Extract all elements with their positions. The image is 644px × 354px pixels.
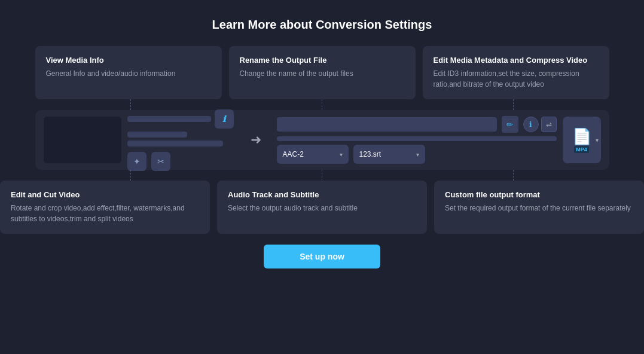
connector-line-4 — [130, 170, 131, 181]
connector-line-1 — [130, 99, 131, 110]
convert-arrow: ➜ — [251, 132, 261, 148]
bottom-connectors — [35, 170, 609, 181]
info-icon: ℹ — [222, 114, 225, 124]
circle-info-btn[interactable]: ℹ — [523, 117, 539, 132]
output-dropdowns: AAC-2 ▾ 123.srt ▾ — [277, 145, 557, 164]
subtitle-dropdown[interactable]: 123.srt ▾ — [353, 145, 425, 164]
format-label: MP4 — [574, 146, 589, 153]
card-rename-output: Rename the Output File Change the name o… — [229, 46, 416, 99]
card-edit-cut-title: Edit and Cut Video — [11, 190, 199, 199]
ui-strip: ℹ ✦ ✂ ➜ ✏ — [35, 110, 609, 170]
subtitle-dropdown-caret: ▾ — [416, 151, 419, 158]
scissors-icon: ✂ — [157, 157, 164, 166]
edit-icons-row: ✦ ✂ — [127, 152, 235, 171]
circle-info-icon: ℹ — [529, 120, 532, 129]
top-cards: View Media Info General Info and video/a… — [35, 46, 609, 99]
scissors-icon-btn[interactable]: ✂ — [151, 152, 170, 171]
top-connectors — [35, 99, 609, 110]
filename-bar — [127, 116, 211, 122]
bottom-cards: Edit and Cut Video Rotate and crop video… — [0, 181, 644, 234]
card-view-media-info: View Media Info General Info and video/a… — [35, 46, 222, 99]
format-button[interactable]: 📄 MP4 ▾ — [563, 117, 601, 163]
rename-icon: ✏ — [506, 120, 513, 129]
output-section: ✏ ℹ ⇌ AAC-2 ▾ 123.srt — [277, 116, 557, 164]
connector-line-3 — [513, 99, 514, 110]
card-audio-track: Audio Track and Subtitle Select the outp… — [217, 181, 427, 234]
card-edit-cut-desc: Rotate and crop video,add effect,filter,… — [11, 203, 199, 224]
card-custom-format-title: Custom file output format — [445, 190, 633, 199]
card-custom-format-desc: Set the required output format of the cu… — [445, 203, 633, 213]
star-icon: ✦ — [133, 157, 141, 166]
setup-now-button[interactable]: Set up now — [264, 245, 380, 268]
format-chevron-icon: ▾ — [596, 137, 599, 144]
file-bar-2 — [127, 141, 223, 147]
card-edit-metadata: Edit Media Metadata and Compress Video E… — [423, 46, 609, 99]
connector-line-5 — [322, 170, 322, 181]
output-filename-bar — [277, 117, 497, 132]
file-info-section: ℹ ✦ ✂ — [127, 109, 235, 171]
audio-track-value: AAC-2 — [283, 150, 304, 158]
arrow-section: ➜ — [241, 132, 271, 148]
card-custom-format: Custom file output format Set the requir… — [434, 181, 644, 234]
card-rename-output-title: Rename the Output File — [240, 56, 405, 65]
card-audio-track-title: Audio Track and Subtitle — [228, 190, 416, 199]
subtitle-value: 123.srt — [359, 150, 381, 158]
main-layout: Learn More about Conversion Settings Vie… — [0, 0, 644, 268]
connector-line-2 — [322, 99, 322, 110]
output-top-row: ✏ ℹ ⇌ — [277, 116, 557, 133]
card-view-media-info-title: View Media Info — [46, 56, 211, 65]
video-thumbnail — [44, 117, 121, 163]
card-edit-metadata-desc: Edit ID3 information,set the size, compr… — [434, 68, 599, 90]
info-icon-btn[interactable]: ℹ — [215, 109, 234, 129]
audio-track-dropdown[interactable]: AAC-2 ▾ — [277, 145, 349, 164]
card-edit-cut-video: Edit and Cut Video Rotate and crop video… — [0, 181, 210, 234]
rename-icon-btn[interactable]: ✏ — [502, 116, 518, 133]
card-view-media-info-desc: General Info and video/audio information — [46, 68, 211, 79]
card-edit-metadata-title: Edit Media Metadata and Compress Video — [434, 56, 599, 65]
star-icon-btn[interactable]: ✦ — [127, 152, 146, 171]
sliders-icon: ⇌ — [546, 120, 552, 129]
card-rename-output-desc: Change the name of the output files — [240, 68, 405, 79]
sliders-btn[interactable]: ⇌ — [541, 117, 557, 132]
connector-line-6 — [513, 170, 514, 181]
output-bar — [277, 136, 557, 141]
audio-dropdown-caret: ▾ — [340, 151, 343, 158]
file-bar-1 — [127, 132, 187, 138]
card-audio-track-desc: Select the output audio track and subtit… — [228, 203, 416, 213]
page-title: Learn More about Conversion Settings — [212, 18, 432, 32]
format-file-icon: 📄 — [572, 127, 591, 146]
